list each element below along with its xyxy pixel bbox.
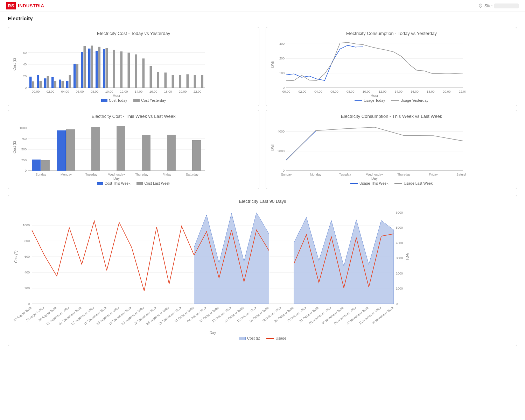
svg-text:Friday: Friday <box>429 173 438 176</box>
svg-text:20:00: 20:00 <box>443 90 451 93</box>
svg-text:Friday: Friday <box>162 173 172 176</box>
bar-chart-cost-today: 0204060Cost (£)00:0002:0004:0006:0008:00… <box>12 38 208 98</box>
legend: Usage This Week Usage Last Week <box>270 181 513 185</box>
svg-rect-31 <box>103 49 105 88</box>
card-cost-week: Electricity Cost - This Week vs Last Wee… <box>8 110 259 189</box>
svg-text:Thursday: Thursday <box>135 173 148 176</box>
svg-text:22 September 2023: 22 September 2023 <box>133 306 157 326</box>
svg-text:Monday: Monday <box>61 173 72 176</box>
svg-rect-36 <box>135 55 138 88</box>
svg-text:10:00: 10:00 <box>105 90 113 93</box>
svg-text:Wednesday: Wednesday <box>108 173 125 176</box>
site-label: Site: <box>484 3 493 8</box>
svg-text:Cost (£): Cost (£) <box>13 141 16 154</box>
svg-text:10 September 2023: 10 September 2023 <box>83 306 107 326</box>
svg-text:03 November 2023: 03 November 2023 <box>308 306 331 325</box>
svg-rect-99 <box>117 126 125 171</box>
svg-text:250: 250 <box>21 158 27 162</box>
svg-rect-21 <box>66 81 69 88</box>
legend: Usage Today Usage Yesterday <box>270 98 513 102</box>
svg-text:40: 40 <box>23 63 27 66</box>
svg-rect-34 <box>120 51 123 88</box>
site-value-redacted <box>494 3 519 8</box>
svg-text:Saturday: Saturday <box>186 173 199 176</box>
svg-text:400: 400 <box>24 271 30 274</box>
svg-text:18 November 2023: 18 November 2023 <box>371 306 394 325</box>
svg-rect-27 <box>88 49 91 88</box>
brand-rs: RS <box>6 2 16 9</box>
svg-text:Cost (£): Cost (£) <box>13 58 16 71</box>
svg-text:12:00: 12:00 <box>120 90 128 93</box>
svg-rect-44 <box>194 75 196 88</box>
svg-rect-22 <box>69 75 71 88</box>
legend-swatch-last-week <box>136 182 143 185</box>
svg-text:06:00: 06:00 <box>330 90 338 93</box>
legend: Cost (£) Usage <box>12 336 513 340</box>
svg-text:Saturday: Saturday <box>456 173 465 176</box>
svg-text:16 September 2023: 16 September 2023 <box>108 306 132 326</box>
chart-title: Electricity Cost - This Week vs Last Wee… <box>12 114 255 119</box>
svg-text:04:00: 04:00 <box>314 90 322 93</box>
legend-swatch-yesterday <box>391 100 399 101</box>
svg-rect-14 <box>40 81 42 88</box>
legend-swatch-cost <box>239 337 246 340</box>
card-consumption-week: Electricity Consumption - This Week vs L… <box>266 110 517 189</box>
svg-rect-19 <box>59 80 61 88</box>
svg-rect-25 <box>81 52 83 88</box>
svg-text:0: 0 <box>25 86 27 90</box>
svg-text:25 September 2023: 25 September 2023 <box>146 306 169 326</box>
svg-text:13 September 2023: 13 September 2023 <box>96 306 119 326</box>
svg-text:19 September 2023: 19 September 2023 <box>121 306 145 326</box>
svg-rect-100 <box>142 135 150 171</box>
legend-swatch-today <box>355 100 362 101</box>
svg-text:60: 60 <box>23 51 27 55</box>
svg-text:00:00: 00:00 <box>32 90 40 93</box>
svg-text:Cost (£): Cost (£) <box>14 250 18 263</box>
svg-rect-26 <box>84 46 86 88</box>
bar-chart-cost-week: 02505007501000Cost (£)SundayMondayTuesda… <box>12 121 208 180</box>
svg-text:04:00: 04:00 <box>61 90 69 93</box>
svg-text:0: 0 <box>283 169 285 172</box>
svg-rect-29 <box>96 51 98 88</box>
svg-text:Day: Day <box>371 177 378 180</box>
svg-text:1000: 1000 <box>396 287 403 290</box>
svg-rect-17 <box>51 77 54 88</box>
svg-text:20: 20 <box>23 74 27 78</box>
legend-swatch-usage <box>266 338 274 339</box>
svg-text:0: 0 <box>396 302 398 306</box>
svg-text:18:00: 18:00 <box>164 90 172 93</box>
legend-swatch-yesterday <box>133 99 140 102</box>
chart-title: Electricity Consumption - Today vs Yeste… <box>270 31 513 36</box>
svg-rect-13 <box>37 75 39 88</box>
svg-text:22:00: 22:00 <box>194 90 202 93</box>
card-cost-today-vs-yesterday: Electricity Cost - Today vs Yesterday 02… <box>8 27 259 106</box>
svg-rect-37 <box>142 58 145 88</box>
svg-text:Sunday: Sunday <box>281 173 292 176</box>
svg-rect-11 <box>29 77 32 88</box>
site-selector[interactable]: Site: <box>478 3 519 8</box>
svg-text:07 September 2023: 07 September 2023 <box>71 306 94 326</box>
svg-text:200: 200 <box>279 57 285 60</box>
legend-swatch-today <box>101 99 107 102</box>
svg-text:Day: Day <box>210 331 216 335</box>
svg-text:1000: 1000 <box>23 223 30 227</box>
svg-text:kWh: kWh <box>406 253 410 260</box>
svg-text:06:00: 06:00 <box>76 90 84 93</box>
legend-swatch-this-week <box>97 182 103 185</box>
svg-text:12:00: 12:00 <box>379 90 387 93</box>
svg-text:600: 600 <box>24 255 30 258</box>
svg-text:15 November 2023: 15 November 2023 <box>358 306 382 325</box>
svg-text:1000: 1000 <box>20 126 27 130</box>
svg-text:3000: 3000 <box>396 256 403 260</box>
svg-text:750: 750 <box>21 137 27 141</box>
svg-text:Thursday: Thursday <box>397 173 411 176</box>
svg-text:10:00: 10:00 <box>363 90 371 93</box>
svg-text:00:00: 00:00 <box>282 90 290 93</box>
svg-text:20:00: 20:00 <box>179 90 187 93</box>
svg-rect-102 <box>192 140 201 171</box>
svg-text:16:00: 16:00 <box>411 90 419 93</box>
card-last-90-days: Electricity Last 90 Days 020040060080010… <box>8 195 517 346</box>
svg-rect-94 <box>32 159 41 171</box>
chart-title: Electricity Last 90 Days <box>12 199 513 204</box>
svg-text:2000: 2000 <box>278 149 285 153</box>
